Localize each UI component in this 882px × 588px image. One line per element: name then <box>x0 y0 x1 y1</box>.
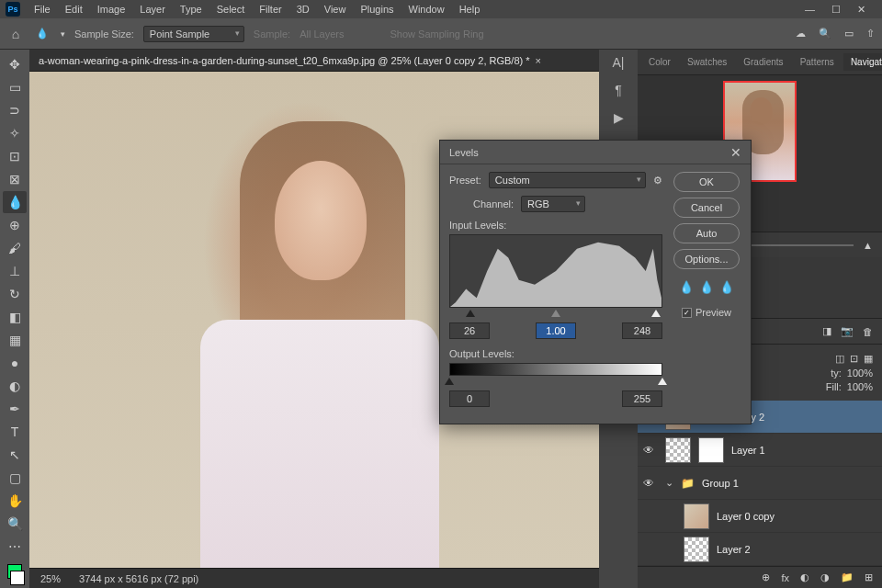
layer-row[interactable]: Layer 0 copy <box>638 500 882 533</box>
menu-layer[interactable]: Layer <box>133 2 172 17</box>
white-point-slider[interactable] <box>651 310 661 317</box>
crop-prop-icon[interactable]: ◫ <box>835 353 844 365</box>
input-sliders[interactable] <box>449 310 662 319</box>
new-adjustment-icon[interactable]: ◨ <box>822 325 831 337</box>
layer-thumbnail[interactable] <box>684 503 709 529</box>
menu-file[interactable]: File <box>28 2 57 17</box>
menu-window[interactable]: Window <box>402 2 451 17</box>
menu-image[interactable]: Image <box>91 2 132 17</box>
tab-patterns[interactable]: Patterns <box>793 53 842 71</box>
opacity-value[interactable]: 100% <box>847 368 873 379</box>
output-black-slider[interactable] <box>445 378 454 385</box>
heal-tool-icon[interactable]: ⊕ <box>3 214 27 236</box>
layer-name[interactable]: Layer 1 <box>731 445 765 456</box>
paragraph-panel-icon[interactable]: ¶ <box>615 83 622 97</box>
options-button[interactable]: Options... <box>673 249 740 269</box>
move-tool-icon[interactable]: ✥ <box>3 53 27 75</box>
background-color-swatch[interactable] <box>10 571 25 585</box>
layer-name[interactable]: Group 1 <box>702 478 739 489</box>
mountain-large-icon[interactable]: ▲ <box>863 240 873 251</box>
folder-icon[interactable]: 📁 <box>841 571 854 583</box>
auto-button[interactable]: Auto <box>673 223 740 243</box>
menu-edit[interactable]: Edit <box>59 2 89 17</box>
layer-name[interactable]: Layer 0 copy <box>717 511 775 522</box>
layer-name[interactable]: Layer 2 <box>717 544 751 555</box>
show-sampling-ring[interactable]: Show Sampling Ring <box>390 28 483 40</box>
visibility-icon[interactable]: 👁 <box>643 444 658 457</box>
preview-checkbox[interactable]: ✓ Preview <box>682 307 731 318</box>
menu-type[interactable]: Type <box>174 2 209 17</box>
eraser-tool-icon[interactable]: ◧ <box>3 306 27 328</box>
gear-icon[interactable]: ⚙ <box>653 175 662 187</box>
mask-icon[interactable]: ◐ <box>800 571 809 583</box>
menu-help[interactable]: Help <box>453 2 487 17</box>
character-panel-icon[interactable]: A| <box>613 55 625 70</box>
hand-tool-icon[interactable]: ✋ <box>3 490 27 512</box>
menu-plugins[interactable]: Plugins <box>354 2 400 17</box>
levels-titlebar[interactable]: Levels ✕ <box>440 141 751 164</box>
wand-tool-icon[interactable]: ✧ <box>3 122 27 144</box>
adj-layer-icon[interactable]: ◑ <box>820 571 830 583</box>
menu-view[interactable]: View <box>318 2 353 17</box>
crop-tool-icon[interactable]: ⊡ <box>3 145 27 167</box>
maximize-icon[interactable]: ☐ <box>831 4 841 16</box>
shape-tool-icon[interactable]: ▢ <box>3 467 27 489</box>
tab-swatches[interactable]: Swatches <box>680 53 734 71</box>
menu-select[interactable]: Select <box>210 2 252 17</box>
fx-icon[interactable]: fx <box>781 572 789 583</box>
new-layer-icon[interactable]: ⊞ <box>865 571 873 583</box>
home-icon[interactable]: ⌂ <box>7 26 24 42</box>
marquee-tool-icon[interactable]: ▭ <box>3 76 27 98</box>
close-tab-icon[interactable]: × <box>536 55 541 66</box>
layer-thumbnail[interactable] <box>665 437 691 463</box>
tab-navigator[interactable]: Navigator <box>843 53 882 71</box>
gradient-tool-icon[interactable]: ▦ <box>3 329 27 351</box>
document-tab[interactable]: a-woman-wearing-a-pink-dress-in-a-garden… <box>29 50 599 72</box>
cloud-docs-icon[interactable]: ☁ <box>796 28 806 40</box>
tab-gradients[interactable]: Gradients <box>736 53 790 71</box>
layer-thumbnail[interactable] <box>684 537 709 562</box>
visibility-icon[interactable]: 👁 <box>643 477 658 490</box>
menu-3d[interactable]: 3D <box>290 2 316 17</box>
share-icon[interactable]: ⇧ <box>866 28 875 40</box>
menu-filter[interactable]: Filter <box>253 2 288 17</box>
history-brush-icon[interactable]: ↻ <box>3 283 27 305</box>
chevron-down-icon[interactable]: ▾ <box>61 29 65 39</box>
search-icon[interactable]: 🔍 <box>819 28 831 40</box>
frame-tool-icon[interactable]: ⊠ <box>3 168 27 190</box>
camera-icon[interactable]: 📷 <box>841 325 854 337</box>
brush-tool-icon[interactable]: 🖌 <box>3 237 27 259</box>
workspace-icon[interactable]: ▭ <box>844 28 854 40</box>
more-prop-icon[interactable]: ▦ <box>864 353 873 365</box>
path-tool-icon[interactable]: ↖ <box>3 444 27 466</box>
link-layers-icon[interactable]: ⊕ <box>762 571 770 583</box>
layer-row[interactable]: Layer 2 <box>638 533 882 566</box>
minimize-icon[interactable]: — <box>805 4 815 16</box>
link-prop-icon[interactable]: ⊡ <box>850 353 858 365</box>
close-icon[interactable]: ✕ <box>730 145 741 160</box>
ok-button[interactable]: OK <box>673 172 740 192</box>
lasso-tool-icon[interactable]: ⊃ <box>3 99 27 121</box>
output-white-slider[interactable] <box>658 378 667 385</box>
type-tool-icon[interactable]: T <box>3 421 27 443</box>
channel-select[interactable]: RGB <box>521 196 585 212</box>
blur-tool-icon[interactable]: ● <box>3 352 27 374</box>
layer-row[interactable]: 👁⌄📁Group 1 <box>638 467 882 500</box>
stamp-tool-icon[interactable]: ⊥ <box>3 260 27 282</box>
output-black-field[interactable]: 0 <box>449 390 490 407</box>
pen-tool-icon[interactable]: ✒ <box>3 398 27 420</box>
layer-mask-thumbnail[interactable] <box>698 437 724 463</box>
output-sliders[interactable] <box>449 378 662 387</box>
output-white-field[interactable]: 255 <box>622 390 662 407</box>
tab-color[interactable]: Color <box>641 53 678 71</box>
input-gamma-field[interactable]: 1.00 <box>536 322 576 339</box>
preset-select[interactable]: Custom <box>489 172 646 188</box>
cancel-button[interactable]: Cancel <box>673 198 740 218</box>
zoom-level[interactable]: 25% <box>40 573 61 584</box>
input-white-field[interactable]: 248 <box>622 322 662 339</box>
actions-panel-icon[interactable]: ▶ <box>614 110 624 125</box>
white-eyedropper-icon[interactable]: 💧 <box>719 280 734 294</box>
trash-icon[interactable]: 🗑 <box>863 326 873 337</box>
close-window-icon[interactable]: ✕ <box>857 4 865 16</box>
sample-size-select[interactable]: Point Sample <box>143 26 244 42</box>
